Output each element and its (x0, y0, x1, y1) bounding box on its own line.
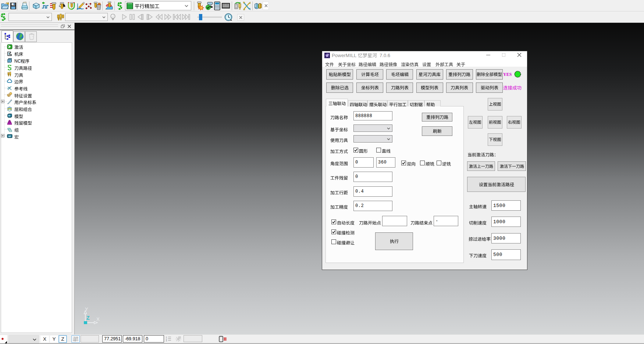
svg-text:X: X (96, 316, 100, 322)
svg-text:Z: Z (86, 315, 90, 321)
svg-text:Y: Y (85, 306, 88, 312)
svg-text:z: z (166, 340, 167, 341)
